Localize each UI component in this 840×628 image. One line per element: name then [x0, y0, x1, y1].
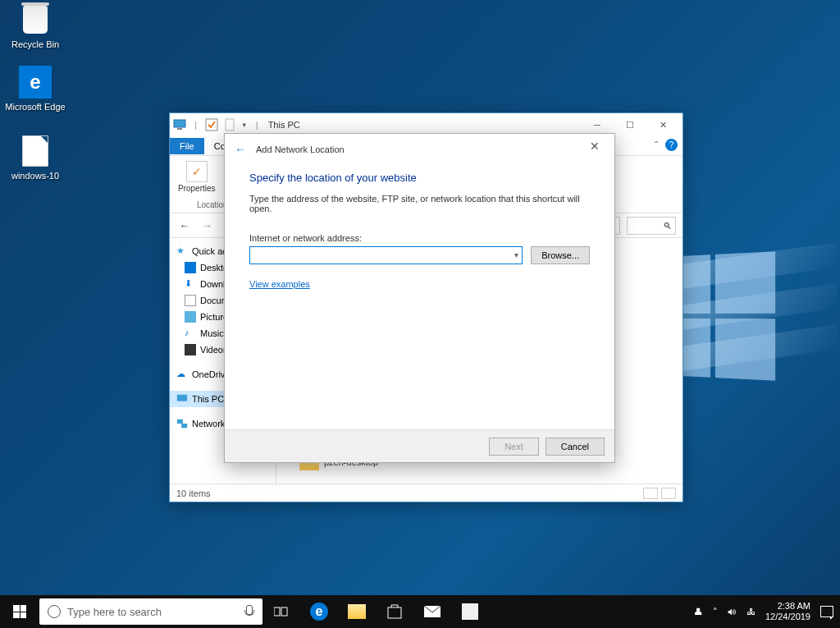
music-icon: ♪: [185, 328, 196, 339]
dialog-footer: Next Cancel: [225, 429, 614, 462]
taskbar-search[interactable]: Type here to search: [39, 598, 262, 625]
volume-icon[interactable]: 🔊︎: [728, 607, 737, 617]
cancel-button[interactable]: Cancel: [546, 438, 605, 456]
network-tray-icon[interactable]: 🖧︎: [746, 607, 756, 617]
file-icon: [22, 135, 48, 167]
next-button: Next: [489, 438, 539, 456]
desktop-icon-file[interactable]: windows-10: [5, 135, 66, 181]
star-icon: ★: [176, 245, 188, 257]
network-icon: [176, 418, 188, 429]
svg-rect-0: [174, 120, 185, 127]
taskbar-file-explorer[interactable]: [338, 595, 376, 628]
windows-icon: [13, 605, 26, 618]
folder-icon: [185, 262, 196, 273]
people-icon[interactable]: 👤︎: [694, 607, 703, 617]
desktop-icon-recycle-bin[interactable]: Recycle Bin: [5, 3, 66, 49]
dialog-body: Specify the location of your website Typ…: [225, 165, 614, 429]
microphone-icon[interactable]: [243, 605, 254, 618]
address-label: Internet or network address:: [249, 233, 590, 243]
svg-rect-3: [226, 119, 234, 131]
ribbon-properties[interactable]: ✓ Properties: [173, 159, 221, 195]
maximize-button[interactable]: ☐: [614, 115, 646, 135]
task-view-icon: [274, 606, 289, 617]
start-button[interactable]: [0, 595, 39, 628]
separator: |: [256, 120, 258, 130]
status-bar: 10 items: [170, 484, 682, 502]
desktop-icon-label: windows-10: [5, 171, 66, 181]
video-icon: [185, 344, 196, 355]
desktop-icon-label: Recycle Bin: [5, 39, 66, 49]
svg-rect-9: [388, 607, 401, 618]
folder-icon: [348, 604, 366, 619]
dialog-description: Type the address of the website, FTP sit…: [249, 194, 590, 213]
taskbar-clock[interactable]: 2:38 AM 12/24/2019: [765, 601, 810, 622]
tab-file[interactable]: File: [170, 138, 204, 154]
svg-rect-6: [181, 424, 187, 428]
clock-time: 2:38 AM: [765, 601, 810, 612]
status-items: 10 items: [176, 488, 211, 498]
search-icon: 🔍︎: [663, 221, 672, 231]
mail-icon: [424, 606, 441, 617]
edge-icon: e: [310, 603, 328, 621]
taskbar-edge[interactable]: e: [300, 595, 338, 628]
app-icon: [462, 603, 478, 620]
nav-back-button[interactable]: ←: [176, 218, 193, 234]
chevron-up-icon[interactable]: ⌃: [653, 140, 660, 149]
checkbox-icon: [205, 118, 218, 131]
view-examples-link[interactable]: View examples: [249, 279, 310, 289]
document-icon: [185, 295, 196, 306]
svg-rect-4: [177, 395, 187, 401]
browse-button[interactable]: Browse...: [531, 246, 590, 264]
add-network-location-dialog: ← Add Network Location ✕ Specify the loc…: [224, 133, 615, 463]
page-icon: [223, 118, 236, 131]
cortana-icon: [48, 605, 61, 618]
svg-rect-7: [274, 607, 280, 616]
help-icon[interactable]: ?: [665, 139, 678, 151]
download-icon: ⬇: [185, 278, 196, 290]
view-details-button[interactable]: [643, 488, 658, 499]
tray-chevron-up[interactable]: ˄: [713, 607, 718, 617]
dialog-header: ← Add Network Location ✕: [225, 134, 614, 165]
pictures-icon: [185, 311, 196, 323]
view-icons-button[interactable]: [661, 488, 676, 499]
action-center-icon[interactable]: [820, 606, 833, 617]
checkmark-icon: ✓: [186, 161, 208, 182]
taskbar: Type here to search e 👤︎ ˄ 🔊︎ 🖧︎ 2:38 AM…: [0, 595, 840, 628]
close-button[interactable]: ✕: [646, 115, 679, 135]
cloud-icon: ☁: [176, 369, 188, 380]
dialog-title: Add Network Location: [256, 144, 575, 154]
dialog-heading: Specify the location of your website: [249, 172, 590, 184]
taskbar-mail[interactable]: [413, 595, 451, 628]
back-button[interactable]: ←: [235, 143, 246, 156]
close-button[interactable]: ✕: [585, 140, 605, 159]
nav-forward-button[interactable]: →: [199, 218, 216, 234]
taskbar-store[interactable]: [376, 595, 413, 628]
pc-icon: [173, 118, 186, 131]
system-tray: 👤︎ ˄ 🔊︎ 🖧︎ 2:38 AM 12/24/2019: [687, 601, 840, 622]
edge-icon: e: [19, 66, 52, 99]
address-input[interactable]: ▾: [249, 246, 523, 264]
search-box[interactable]: 🔍︎: [627, 217, 676, 235]
search-placeholder: Type here to search: [67, 606, 162, 618]
chevron-down-icon[interactable]: ▾: [514, 250, 518, 259]
separator: |: [194, 120, 197, 130]
minimize-button[interactable]: ─: [581, 115, 614, 135]
pc-icon: [176, 393, 188, 405]
window-title: This PC: [268, 120, 581, 130]
task-view-button[interactable]: [262, 595, 300, 628]
svg-rect-8: [281, 607, 287, 616]
store-icon: [386, 604, 403, 619]
taskbar-app[interactable]: [451, 595, 489, 628]
desktop-icon-edge[interactable]: e Microsoft Edge: [5, 66, 66, 112]
svg-rect-5: [177, 419, 183, 424]
desktop-icon-label: Microsoft Edge: [5, 102, 66, 112]
clock-date: 12/24/2019: [765, 612, 810, 622]
svg-rect-1: [177, 128, 182, 130]
chevron-down-icon[interactable]: ▼: [241, 121, 248, 129]
recycle-bin-icon: [23, 6, 48, 34]
